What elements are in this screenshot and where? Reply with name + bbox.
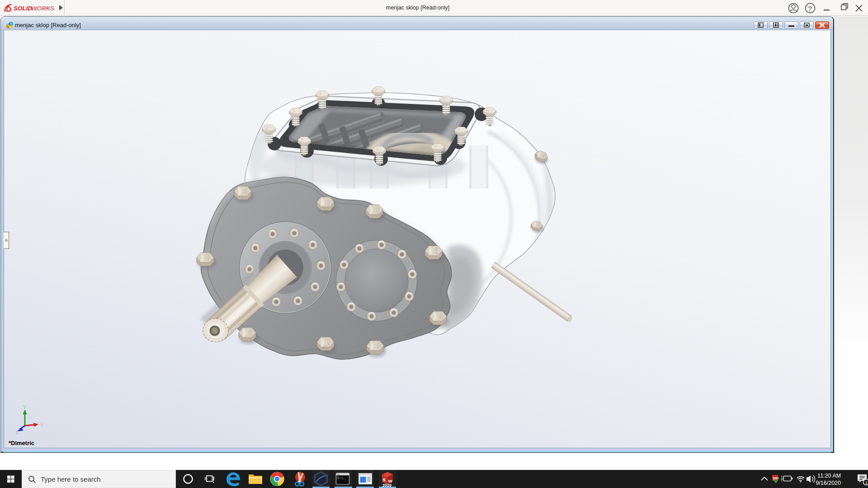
svg-text:?: ? (808, 5, 812, 12)
svg-text:1: 1 (865, 480, 868, 485)
svg-text:Z: Z (16, 431, 18, 435)
svg-text:X: X (40, 422, 43, 427)
svg-text:C:\_: C:\_ (337, 476, 345, 480)
svg-text:S: S (383, 477, 386, 482)
svg-text:Y: Y (23, 405, 26, 410)
